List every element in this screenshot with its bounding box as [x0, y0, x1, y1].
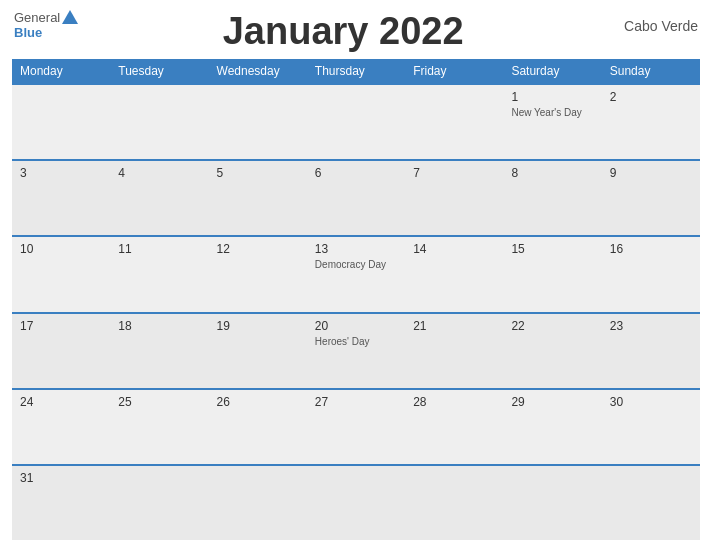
day-cell: 10	[12, 237, 110, 311]
day-cell: 18	[110, 314, 208, 388]
day-cell	[307, 466, 405, 540]
day-number: 6	[315, 166, 397, 180]
day-number: 11	[118, 242, 200, 256]
logo-triangle-icon	[62, 10, 78, 24]
day-header-monday: Monday	[12, 59, 110, 83]
day-number: 16	[610, 242, 692, 256]
week-row: 31	[12, 464, 700, 540]
header: General Blue January 2022 Cabo Verde	[12, 10, 700, 53]
day-number: 18	[118, 319, 200, 333]
day-number: 2	[610, 90, 692, 104]
logo-blue: Blue	[14, 25, 42, 40]
day-number: 17	[20, 319, 102, 333]
day-cell	[110, 466, 208, 540]
day-number: 3	[20, 166, 102, 180]
day-number: 5	[217, 166, 299, 180]
country-label: Cabo Verde	[608, 10, 698, 34]
day-number: 14	[413, 242, 495, 256]
day-number: 24	[20, 395, 102, 409]
day-number: 20	[315, 319, 397, 333]
day-number: 30	[610, 395, 692, 409]
day-number: 29	[511, 395, 593, 409]
day-cell: 2	[602, 85, 700, 159]
holiday-name: Heroes' Day	[315, 335, 397, 348]
day-cell: 21	[405, 314, 503, 388]
month-title: January 2022	[78, 10, 608, 53]
day-number: 12	[217, 242, 299, 256]
logo-general: General	[14, 10, 60, 25]
day-number: 31	[20, 471, 102, 485]
day-number: 8	[511, 166, 593, 180]
holiday-name: New Year's Day	[511, 106, 593, 119]
day-cell: 24	[12, 390, 110, 464]
day-number: 26	[217, 395, 299, 409]
day-cell: 8	[503, 161, 601, 235]
day-cell	[405, 466, 503, 540]
day-cell	[405, 85, 503, 159]
day-header-tuesday: Tuesday	[110, 59, 208, 83]
day-number: 21	[413, 319, 495, 333]
day-number: 23	[610, 319, 692, 333]
day-cell: 5	[209, 161, 307, 235]
day-cell: 26	[209, 390, 307, 464]
day-number: 15	[511, 242, 593, 256]
day-cell: 19	[209, 314, 307, 388]
day-cell: 30	[602, 390, 700, 464]
day-cell: 3	[12, 161, 110, 235]
day-cell: 4	[110, 161, 208, 235]
day-header-sunday: Sunday	[602, 59, 700, 83]
day-cell: 12	[209, 237, 307, 311]
day-number: 22	[511, 319, 593, 333]
day-cell: 22	[503, 314, 601, 388]
day-number: 19	[217, 319, 299, 333]
day-cell: 1New Year's Day	[503, 85, 601, 159]
holiday-name: Democracy Day	[315, 258, 397, 271]
day-number: 25	[118, 395, 200, 409]
calendar-grid: MondayTuesdayWednesdayThursdayFridaySatu…	[12, 59, 700, 540]
day-number: 7	[413, 166, 495, 180]
day-cell: 16	[602, 237, 700, 311]
day-number: 1	[511, 90, 593, 104]
day-cell: 27	[307, 390, 405, 464]
week-row: 3456789	[12, 159, 700, 235]
day-header-wednesday: Wednesday	[209, 59, 307, 83]
day-cell	[307, 85, 405, 159]
day-cell: 7	[405, 161, 503, 235]
calendar-container: General Blue January 2022 Cabo Verde Mon…	[0, 0, 712, 550]
day-header-friday: Friday	[405, 59, 503, 83]
day-cell	[503, 466, 601, 540]
day-cell: 9	[602, 161, 700, 235]
day-cell: 28	[405, 390, 503, 464]
week-row: 24252627282930	[12, 388, 700, 464]
day-number: 13	[315, 242, 397, 256]
day-cell: 23	[602, 314, 700, 388]
day-header-saturday: Saturday	[503, 59, 601, 83]
logo: General Blue	[14, 10, 78, 40]
day-cell	[602, 466, 700, 540]
day-cell: 11	[110, 237, 208, 311]
day-header-thursday: Thursday	[307, 59, 405, 83]
week-row: 17181920Heroes' Day212223	[12, 312, 700, 388]
week-row: 1New Year's Day2	[12, 83, 700, 159]
day-cell: 13Democracy Day	[307, 237, 405, 311]
weeks: 1New Year's Day2345678910111213Democracy…	[12, 83, 700, 540]
day-cell	[209, 85, 307, 159]
day-cell: 29	[503, 390, 601, 464]
day-cell	[12, 85, 110, 159]
day-cell: 15	[503, 237, 601, 311]
week-row: 10111213Democracy Day141516	[12, 235, 700, 311]
day-number: 27	[315, 395, 397, 409]
day-headers: MondayTuesdayWednesdayThursdayFridaySatu…	[12, 59, 700, 83]
day-cell: 17	[12, 314, 110, 388]
day-number: 4	[118, 166, 200, 180]
day-cell	[209, 466, 307, 540]
day-cell: 25	[110, 390, 208, 464]
day-number: 10	[20, 242, 102, 256]
day-cell: 31	[12, 466, 110, 540]
day-cell: 14	[405, 237, 503, 311]
day-cell: 6	[307, 161, 405, 235]
day-number: 28	[413, 395, 495, 409]
day-cell: 20Heroes' Day	[307, 314, 405, 388]
day-number: 9	[610, 166, 692, 180]
day-cell	[110, 85, 208, 159]
